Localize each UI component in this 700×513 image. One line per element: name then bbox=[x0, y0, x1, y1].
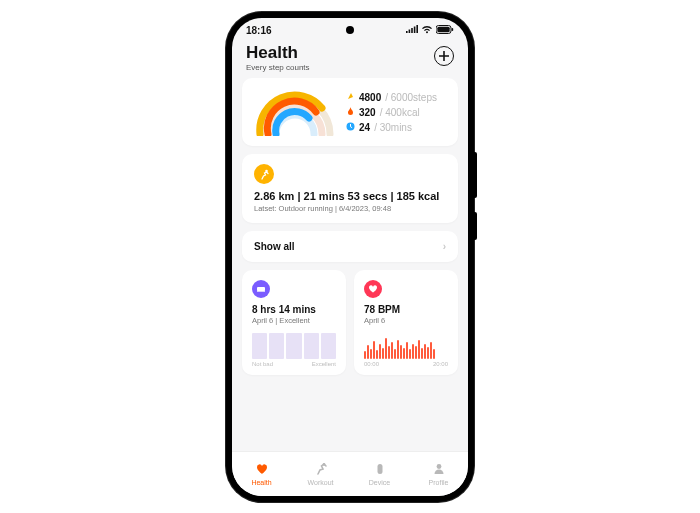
clock-icon bbox=[346, 120, 355, 135]
show-all-label: Show all bbox=[254, 241, 295, 252]
svg-rect-6 bbox=[257, 291, 265, 292]
nav-label: Health bbox=[251, 479, 271, 486]
flame-icon bbox=[346, 105, 355, 120]
heart-rate-card[interactable]: 78 BPM April 6 00:00 20:00 bbox=[354, 270, 458, 375]
front-camera bbox=[346, 26, 354, 34]
sleep-value: 8 hrs 14 mins bbox=[252, 304, 336, 315]
page-title: Health bbox=[246, 44, 310, 63]
svg-rect-2 bbox=[452, 28, 454, 31]
plus-icon bbox=[439, 51, 449, 61]
workout-nav-icon bbox=[314, 462, 328, 478]
workout-summary: 2.86 km | 21 mins 53 secs | 185 kcal bbox=[254, 190, 446, 202]
nav-health[interactable]: Health bbox=[232, 452, 291, 496]
daily-goals-card[interactable]: 4800 / 6000steps 320 / 400kcal 24 / 30mi… bbox=[242, 78, 458, 146]
stand-metric: 24 / 30mins bbox=[346, 120, 446, 135]
signal-icon bbox=[406, 25, 418, 36]
show-all-row[interactable]: Show all › bbox=[242, 231, 458, 262]
steps-metric: 4800 / 6000steps bbox=[346, 90, 446, 105]
device-nav-icon bbox=[373, 462, 387, 478]
chevron-right-icon: › bbox=[443, 241, 446, 252]
heart-rate-chart bbox=[364, 333, 448, 359]
latest-workout-card[interactable]: 2.86 km | 21 mins 53 secs | 185 kcal Lat… bbox=[242, 154, 458, 223]
page-subtitle: Every step counts bbox=[246, 63, 310, 72]
calories-metric: 320 / 400kcal bbox=[346, 105, 446, 120]
status-time: 18:16 bbox=[246, 25, 272, 36]
sleep-meta: April 6 | Excellent bbox=[252, 316, 336, 325]
nav-device[interactable]: Device bbox=[350, 452, 409, 496]
screen: 18:16 Health Every step co bbox=[232, 18, 468, 496]
battery-icon bbox=[436, 25, 454, 36]
steps-icon bbox=[346, 90, 355, 105]
phone-frame: 18:16 Health Every step co bbox=[226, 12, 474, 502]
sleep-card[interactable]: 8 hrs 14 mins April 6 | Excellent Not ba… bbox=[242, 270, 346, 375]
profile-nav-icon bbox=[432, 462, 446, 478]
nav-label: Device bbox=[369, 479, 390, 486]
nav-label: Profile bbox=[429, 479, 449, 486]
goal-rings-icon bbox=[254, 88, 336, 136]
svg-rect-1 bbox=[437, 27, 449, 32]
running-icon bbox=[254, 164, 274, 184]
sleep-icon bbox=[252, 280, 270, 298]
workout-meta: Latset: Outdoor running | 6/4/2023, 09:4… bbox=[254, 204, 446, 213]
page-header: Health Every step counts bbox=[232, 42, 468, 79]
nav-profile[interactable]: Profile bbox=[409, 452, 468, 496]
svg-rect-5 bbox=[257, 287, 265, 291]
heart-rate-meta: April 6 bbox=[364, 316, 448, 325]
svg-point-7 bbox=[322, 463, 325, 466]
health-nav-icon bbox=[255, 462, 269, 478]
svg-rect-8 bbox=[377, 464, 382, 474]
bottom-nav: Health Workout Device Profile bbox=[232, 451, 468, 496]
heart-icon bbox=[364, 280, 382, 298]
heart-rate-value: 78 BPM bbox=[364, 304, 448, 315]
svg-point-9 bbox=[436, 464, 441, 469]
sleep-chart bbox=[252, 333, 336, 359]
nav-label: Workout bbox=[308, 479, 334, 486]
wifi-icon bbox=[421, 25, 433, 36]
nav-workout[interactable]: Workout bbox=[291, 452, 350, 496]
add-button[interactable] bbox=[434, 46, 454, 66]
